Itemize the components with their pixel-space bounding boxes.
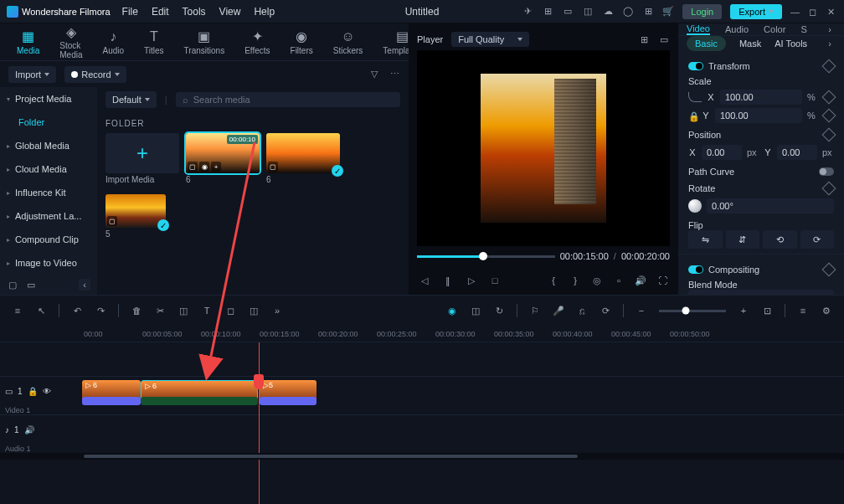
search-input[interactable]: ⌕Search media: [176, 92, 400, 107]
login-button[interactable]: Login: [682, 4, 722, 19]
redo-icon[interactable]: ↷: [95, 305, 106, 316]
delete-icon[interactable]: 🗑: [131, 305, 142, 316]
mute-icon[interactable]: 🔊: [24, 425, 34, 435]
menu-help[interactable]: Help: [254, 6, 275, 18]
add-icon[interactable]: +: [211, 162, 221, 172]
tab-effects[interactable]: ✦Effects: [244, 29, 270, 55]
sb-cloud[interactable]: ▸Cloud Media: [0, 157, 97, 181]
pos-y-input[interactable]: 0.00: [777, 145, 817, 160]
mixer-icon[interactable]: ⎌: [576, 305, 588, 316]
folder-icon[interactable]: ▭: [25, 279, 37, 291]
cart-icon[interactable]: 🛒: [662, 6, 674, 18]
sb-adjustment[interactable]: ▸Adjustment La...: [0, 204, 97, 228]
flip-v-button[interactable]: ⇵: [726, 230, 760, 249]
tab-color[interactable]: Color: [764, 23, 785, 35]
grid-icon[interactable]: ⊞: [642, 6, 654, 18]
track-menu-icon[interactable]: ≡: [12, 305, 23, 316]
resize-icon[interactable]: ◻: [224, 305, 236, 316]
frame-back-icon[interactable]: ‖: [442, 275, 454, 286]
menu-edit[interactable]: Edit: [152, 6, 169, 18]
lock-icon[interactable]: 🔒: [28, 387, 38, 396]
lock-icon[interactable]: 🔒: [688, 111, 697, 120]
menu-file[interactable]: File: [122, 6, 138, 18]
grid-view-icon[interactable]: ⊞: [638, 33, 650, 45]
speed-icon[interactable]: ↻: [493, 305, 505, 316]
voice-icon[interactable]: ◫: [470, 305, 481, 316]
zoom-in-icon[interactable]: +: [738, 305, 749, 316]
sb-img2vid[interactable]: ▸Image to Video: [0, 251, 97, 275]
transform-toggle[interactable]: [688, 62, 703, 70]
copy-icon[interactable]: ◫: [248, 305, 260, 316]
menu-tools[interactable]: Tools: [183, 6, 206, 18]
import-dropdown[interactable]: Import: [8, 66, 56, 83]
rotate-input[interactable]: 0.00°: [707, 198, 834, 213]
menu-view[interactable]: View: [219, 6, 241, 18]
collapse-icon[interactable]: ‹: [79, 279, 90, 291]
media-item-1[interactable]: 00:00:10 ▢◉+ 6: [186, 133, 260, 184]
volume-icon[interactable]: 🔊: [635, 275, 646, 286]
keyframe-icon[interactable]: [822, 128, 836, 142]
cut-icon[interactable]: ✂: [154, 305, 166, 316]
pathcurve-toggle[interactable]: [819, 167, 834, 176]
more-tools-icon[interactable]: »: [271, 305, 283, 316]
stack-icon[interactable]: ◫: [582, 6, 594, 18]
settings-icon[interactable]: ⚙: [821, 305, 832, 316]
audio-seg-2[interactable]: [141, 397, 258, 405]
sort-dropdown[interactable]: Default: [106, 91, 157, 108]
minimize-icon[interactable]: —: [790, 7, 800, 17]
viewer[interactable]: [417, 50, 670, 246]
display-icon[interactable]: ⊞: [542, 6, 553, 18]
time-ruler[interactable]: 00:00 00:00:05:00 00:00:10:00 00:00:15:0…: [0, 326, 844, 342]
markin-icon[interactable]: {: [548, 275, 559, 286]
close-icon[interactable]: ✕: [827, 7, 837, 17]
audio-seg-1[interactable]: [82, 397, 141, 405]
keyframe-icon[interactable]: [822, 263, 836, 277]
tabs-scroll-icon[interactable]: ›: [824, 23, 836, 35]
keyframe-icon[interactable]: [822, 90, 836, 105]
keyframe-icon[interactable]: [822, 182, 836, 196]
text-icon[interactable]: T: [201, 305, 213, 316]
tab-s[interactable]: S: [800, 23, 806, 35]
headset-icon[interactable]: ◯: [622, 6, 634, 18]
send-icon[interactable]: ✈: [522, 6, 533, 18]
zoom-out-icon[interactable]: −: [636, 305, 647, 316]
import-tile[interactable]: + Import Media: [106, 133, 179, 184]
keyframe-icon[interactable]: [822, 59, 836, 74]
fit-icon[interactable]: ⊡: [761, 305, 773, 316]
compositing-toggle[interactable]: [688, 265, 703, 274]
tab-video[interactable]: Video: [687, 23, 710, 35]
pos-x-input[interactable]: 0.00: [702, 145, 742, 160]
tab-filters[interactable]: ◉Filters: [291, 29, 313, 55]
sb-global[interactable]: ▸Global Media: [0, 134, 97, 157]
bin-icon[interactable]: ▢: [7, 279, 18, 291]
crop-icon[interactable]: ◫: [178, 305, 189, 316]
playhead[interactable]: [259, 342, 260, 504]
record-dropdown[interactable]: Record: [64, 66, 126, 83]
zoom-slider[interactable]: [659, 310, 726, 312]
mute-icon[interactable]: 👁: [43, 387, 51, 396]
audio-seg-3[interactable]: [260, 397, 316, 405]
marker-icon[interactable]: ⚐: [529, 305, 541, 316]
tab-audio[interactable]: Audio: [725, 23, 749, 35]
flip-h-button[interactable]: ⇋: [688, 230, 723, 249]
render-icon[interactable]: ⟳: [600, 305, 611, 316]
fullscreen-icon[interactable]: ⛶: [656, 275, 668, 286]
sb-folder[interactable]: Folder: [0, 111, 97, 134]
tab-stock[interactable]: ◈Stock Media: [59, 24, 82, 59]
export-button[interactable]: Export: [730, 4, 782, 19]
monitor-icon[interactable]: ▭: [562, 6, 574, 18]
play-icon[interactable]: ▷: [466, 275, 477, 286]
scale-x-input[interactable]: 100.00: [720, 90, 802, 105]
subtab-mask[interactable]: Mask: [739, 39, 761, 49]
undo-icon[interactable]: ↶: [71, 305, 83, 316]
snapshot-icon[interactable]: ◎: [591, 275, 603, 286]
maximize-icon[interactable]: ◻: [809, 7, 819, 17]
compare-icon[interactable]: ▫: [613, 275, 625, 286]
filter-icon[interactable]: ▽: [368, 69, 380, 80]
tab-audio[interactable]: ♪Audio: [102, 29, 124, 55]
image-mode-icon[interactable]: ▭: [658, 33, 670, 45]
sb-compound[interactable]: ▸Compound Clip: [0, 228, 97, 251]
stop-icon[interactable]: □: [489, 275, 501, 286]
subtab-basic[interactable]: Basic: [687, 36, 726, 51]
ai-icon[interactable]: ◉: [446, 305, 458, 316]
